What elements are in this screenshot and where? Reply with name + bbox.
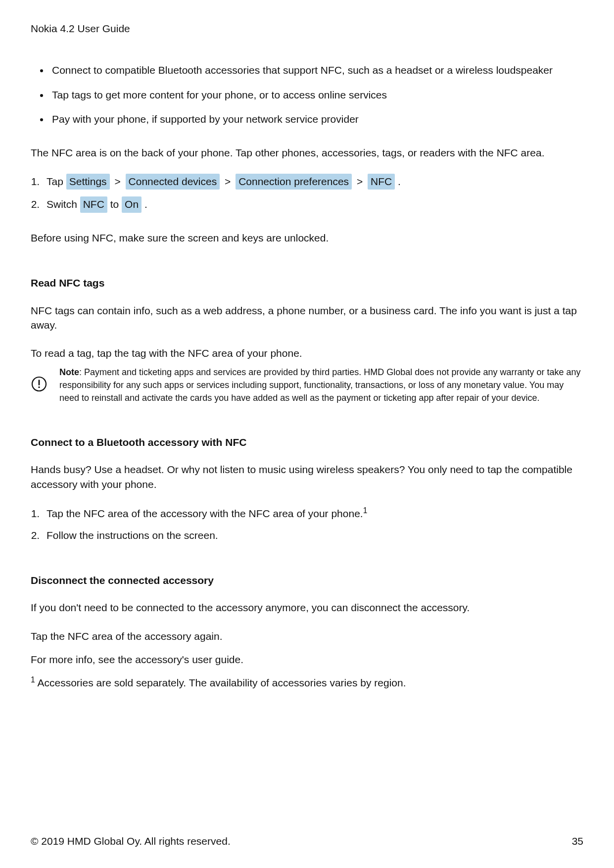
breadcrumb-separator: >	[112, 176, 122, 187]
disconnect-para2: Tap the NFC area of the accessory again.	[31, 629, 583, 643]
ui-chip-connection-preferences: Connection preferences	[236, 174, 352, 190]
section-title-connect-bt-nfc: Connect to a Bluetooth accessory with NF…	[31, 435, 583, 449]
connect-bt-steps: Tap the NFC area of the accessory with t…	[31, 505, 583, 542]
footnote-ref-num: 1	[31, 675, 35, 684]
list-item: Tap tags to get more content for your ph…	[49, 88, 583, 102]
copyright: © 2019 HMD Global Oy. All rights reserve…	[31, 834, 231, 848]
disconnect-para3: For more info, see the accessory's user …	[31, 652, 583, 667]
list-item: Pay with your phone, if supported by you…	[49, 112, 583, 126]
breadcrumb-separator: >	[355, 176, 365, 187]
read-tags-para1: NFC tags can contain info, such as a web…	[31, 303, 583, 333]
page: Nokia 4.2 User Guide Connect to compatib…	[0, 0, 614, 868]
read-tags-para2: To read a tag, tap the tag with the NFC …	[31, 346, 583, 360]
page-footer: © 2019 HMD Global Oy. All rights reserve…	[31, 834, 583, 848]
section-title-read-nfc-tags: Read NFC tags	[31, 276, 583, 290]
note-text: Note: Payment and ticketing apps and ser…	[59, 366, 583, 404]
footnote-ref: 1	[363, 506, 368, 515]
note-block: Note: Payment and ticketing apps and ser…	[31, 366, 583, 404]
nfc-area-paragraph: The NFC area is on the back of your phon…	[31, 145, 583, 160]
list-item: Connect to compatible Bluetooth accessor…	[49, 63, 583, 77]
ui-chip-on: On	[122, 196, 142, 212]
ui-chip-settings: Settings	[66, 174, 110, 190]
list-item: Tap Settings > Connected devices > Conne…	[43, 174, 583, 190]
svg-rect-2	[39, 386, 40, 388]
svg-rect-1	[39, 380, 40, 385]
section-title-disconnect: Disconnect the connected accessory	[31, 573, 583, 587]
warning-icon	[31, 376, 47, 396]
before-using-paragraph: Before using NFC, make sure the screen a…	[31, 231, 583, 245]
footnote-text: Accessories are sold separately. The ava…	[35, 677, 406, 688]
footnote: 1 Accessories are sold separately. The a…	[31, 675, 583, 690]
ui-chip-nfc: NFC	[80, 196, 107, 212]
enable-nfc-steps: Tap Settings > Connected devices > Conne…	[31, 174, 583, 213]
step-prefix: Tap	[47, 176, 66, 187]
list-item: Switch NFC to On .	[43, 196, 583, 212]
list-item: Follow the instructions on the screen.	[43, 528, 583, 542]
step-mid: to	[110, 198, 122, 210]
breadcrumb-separator: >	[223, 176, 233, 187]
note-label: Note	[59, 367, 79, 377]
intro-bullet-list: Connect to compatible Bluetooth accessor…	[31, 63, 583, 126]
connect-bt-para: Hands busy? Use a headset. Or why not li…	[31, 462, 583, 491]
ui-chip-nfc: NFC	[368, 174, 395, 190]
step-prefix: Switch	[47, 198, 80, 210]
step-suffix: .	[398, 176, 401, 187]
step-text: Tap the NFC area of the accessory with t…	[47, 508, 363, 519]
ui-chip-connected-devices: Connected devices	[126, 174, 220, 190]
disconnect-para1: If you don't need to be connected to the…	[31, 600, 583, 615]
doc-header-title: Nokia 4.2 User Guide	[31, 21, 583, 36]
page-number: 35	[572, 834, 583, 848]
step-suffix: .	[144, 198, 147, 210]
list-item: Tap the NFC area of the accessory with t…	[43, 505, 583, 521]
note-body: : Payment and ticketing apps and service…	[59, 367, 581, 403]
